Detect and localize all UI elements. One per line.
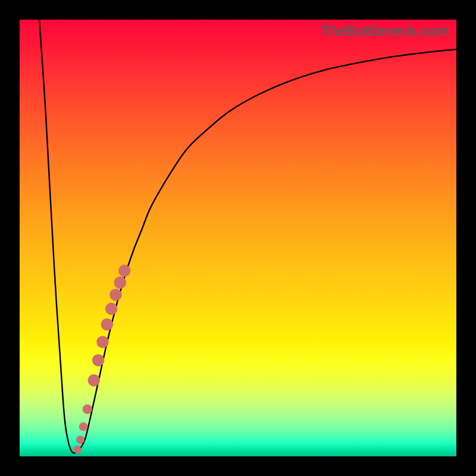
marker-dot-1 <box>83 405 92 414</box>
marker-dot-bottom <box>73 446 81 453</box>
plot-area: TheBottleneck.com <box>20 20 456 456</box>
marker-band-c <box>105 303 118 315</box>
marker-band-a <box>114 277 127 289</box>
marker-band-f <box>92 354 105 367</box>
marker-band-b <box>109 289 122 301</box>
marker-group <box>73 265 130 453</box>
marker-band-d <box>101 318 114 331</box>
marker-band-e <box>96 336 109 348</box>
bottleneck-curve <box>39 20 456 453</box>
marker-dot-3 <box>76 436 84 444</box>
chart-frame: TheBottleneck.com <box>0 0 476 476</box>
marker-band-g <box>88 374 101 387</box>
marker-dot-2 <box>79 422 88 431</box>
curve-svg <box>20 20 456 456</box>
marker-band-top <box>118 265 131 277</box>
